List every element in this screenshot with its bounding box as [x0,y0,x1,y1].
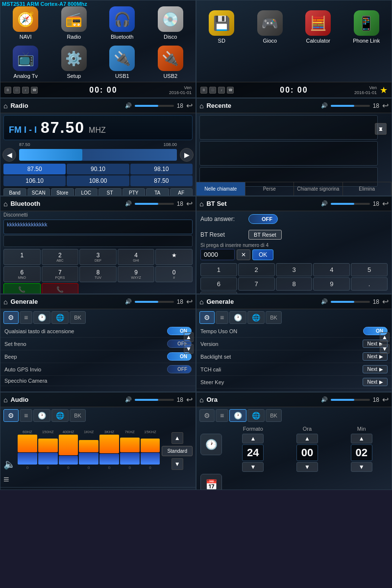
genl-toggle-3[interactable]: OFF [167,365,192,373]
genr-scroll-down[interactable]: ▼ [380,344,390,354]
radio-next-btn[interactable]: ▶ [180,148,194,162]
btset-num-7[interactable]: 7 [238,277,275,291]
bt-key-3[interactable]: 3DEF [79,249,117,265]
bt-key-9[interactable]: 9WXYZ [118,266,155,282]
btset-ok-btn[interactable]: OK [252,249,273,260]
radio-home-icon[interactable]: ⌂ [3,102,7,110]
eq-bar-wrap-4[interactable] [99,435,119,465]
recente-home-icon[interactable]: ⌂ [199,102,203,110]
radio-vol-slider[interactable] [135,105,174,107]
bt-search-input[interactable] [7,238,189,244]
btset-num-5[interactable]: 5 [351,263,388,276]
genr-tab-settings[interactable]: ⚙ [199,311,215,324]
menu-icon-calc[interactable]: 🧮 Calculator [295,10,342,44]
genr-tab-bk[interactable]: BK [266,311,282,324]
audio-scroll-down[interactable]: ▼ [172,458,183,470]
preset-btn-1[interactable]: 90.10 [67,164,129,174]
radio-af-btn[interactable]: AF [170,188,193,196]
recente-back-btn[interactable]: ↩ [382,101,389,110]
eq-bar-wrap-3[interactable] [79,440,98,465]
menu-icon-radio[interactable]: 📻 Radio [51,4,98,42]
btset-auto-answer-toggle[interactable]: OFF [248,214,278,224]
genl-tab-settings[interactable]: ⚙ [3,311,19,324]
bt-key-4[interactable]: 4GHI [118,249,155,265]
btset-clear-btn[interactable]: ✕ [237,249,250,260]
menu-icon-bluetooth[interactable]: 🎧 Bluetooth [99,4,146,42]
bt-key-7[interactable]: 7PQRS [42,266,79,282]
radio-band-btn[interactable]: Band [3,188,26,196]
btset-home-icon[interactable]: ⌂ [199,200,203,208]
preset-btn-5[interactable]: 87.50 [130,175,193,186]
ora-tab-bk[interactable]: BK [266,409,282,422]
ora-tab-settings[interactable]: ⚙ [199,409,215,422]
genr-vol-slider[interactable] [331,301,370,303]
genr-tab-clock[interactable]: 🕐 [229,311,246,324]
btset-num-dot[interactable]: . [351,277,388,291]
btset-num-8[interactable]: 8 [276,277,313,291]
ora-min-down[interactable]: ▼ [351,462,372,472]
menu-icon-sd[interactable]: 💾 SD [198,10,245,44]
preset-btn-4[interactable]: 108.00 [67,175,129,186]
genr-back-btn[interactable]: ↩ [382,297,389,306]
eq-bar-wrap-0[interactable] [18,435,37,465]
genl-tab-eq[interactable]: ≡ [20,311,32,324]
audio-amp-toggle[interactable]: ON [167,490,192,490]
radio-seek-bar[interactable] [19,149,177,161]
recente-vol-slider[interactable] [331,105,370,107]
radio-back-btn[interactable]: ↩ [186,101,193,110]
eq-bar-wrap-2[interactable] [59,435,78,465]
bt-vol-slider[interactable] [135,203,174,205]
radio-prev-btn[interactable]: ◀ [2,148,16,162]
genr-next-btn-3[interactable]: Next ▶ [363,365,388,373]
bt-key-2[interactable]: 2ABC [42,249,79,265]
menu-icon-usb1[interactable]: 🔌 USB1 [99,44,146,81]
genl-vol-slider[interactable] [135,301,174,303]
ora-back-btn[interactable]: ↩ [382,395,389,404]
btset-pin-input[interactable] [200,249,235,260]
audio-back-btn[interactable]: ↩ [186,395,193,404]
genl-tab-bk[interactable]: BK [70,311,86,324]
btset-num-6[interactable]: 6 [200,277,237,291]
ora-formato-down[interactable]: ▼ [242,462,264,472]
genr-tab-globe[interactable]: 🌐 [247,311,265,324]
radio-ta-btn[interactable]: TA [146,188,169,196]
ora-home-icon[interactable]: ⌂ [199,396,203,404]
eq-bar-wrap-6[interactable] [141,439,160,465]
btset-num-1[interactable]: 1 [200,263,237,276]
ora-tab-eq[interactable]: ≡ [216,409,228,422]
ora-ora-down[interactable]: ▼ [296,462,318,472]
audio-tab-settings[interactable]: ⚙ [3,409,19,422]
btset-reset-btn[interactable]: BT Reset [248,230,282,240]
genl-scroll-down[interactable]: ▼ [184,344,194,354]
recente-tab-chiamate[interactable]: Nelle chiamate [196,182,245,196]
ora-ora-up[interactable]: ▲ [296,434,318,443]
btset-back-btn[interactable]: ↩ [382,199,389,208]
menu-icon-navi[interactable]: 🧭 NAVI [2,4,49,42]
btset-vol-slider[interactable] [331,203,370,205]
bt-key-8[interactable]: 8TUV [79,266,117,282]
bt-key-star[interactable]: ★ [155,249,193,265]
audio-standard-btn[interactable]: Standard [162,446,193,456]
ora-tab-clock[interactable]: 🕐 [229,409,246,422]
bt-back-btn[interactable]: ↩ [186,199,193,208]
menu-icon-setup[interactable]: ⚙️ Setup [51,44,98,81]
menu-icon-gioco[interactable]: 🎮 Gioco [247,10,294,44]
genr-scroll-up[interactable]: ▲ [380,332,390,342]
bt-key-0[interactable]: 0# [155,266,193,282]
bt-key-end[interactable]: 📞 [42,283,79,294]
radio-store-btn[interactable]: Store [51,188,74,196]
btset-num-3[interactable]: 3 [276,263,313,276]
genl-back-btn[interactable]: ↩ [186,297,193,306]
radio-loc-btn[interactable]: LOC [75,188,98,196]
eq-bar-wrap-5[interactable] [120,438,140,465]
audio-vol-slider[interactable] [135,399,174,401]
radio-pty-btn[interactable]: PTY [122,188,146,196]
audio-tab-eq[interactable]: ≡ [20,409,32,422]
audio-tab-globe[interactable]: 🌐 [51,409,69,422]
menu-icon-tv[interactable]: 📺 Analog Tv [2,44,49,81]
ora-tab-globe[interactable]: 🌐 [247,409,265,422]
preset-btn-0[interactable]: 87.50 [3,164,66,174]
audio-home-icon[interactable]: ⌂ [3,396,7,404]
ora-formato-up[interactable]: ▲ [242,434,264,443]
menu-icon-phonelink[interactable]: 📱 Phone Link [343,10,390,44]
